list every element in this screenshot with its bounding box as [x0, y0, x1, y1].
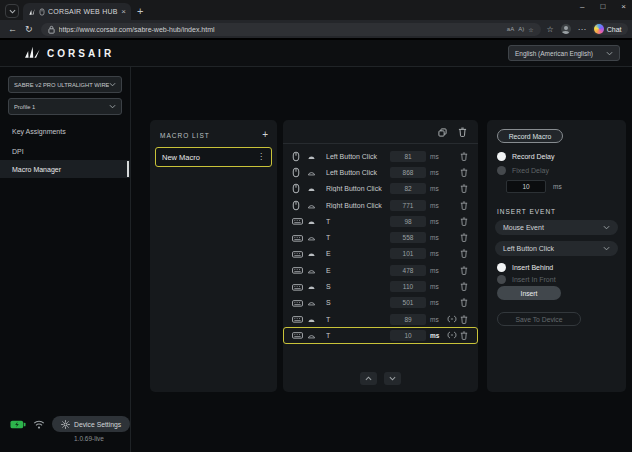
favorite-star-icon[interactable]: ☆ — [528, 26, 533, 33]
url-input[interactable]: https://www.corsair.com/sabre-web-hub/in… — [41, 23, 541, 36]
delete-event-icon[interactable] — [460, 331, 470, 340]
scroll-down-button[interactable] — [384, 372, 401, 385]
macro-event-row[interactable]: S 501 ms — [283, 295, 478, 311]
event-delay-unit: ms — [430, 218, 443, 225]
browser-window: CORSAIR WEB HUB × + – □ × ← ↻ https://ww… — [0, 0, 632, 452]
event-delay-input[interactable]: 82 — [390, 183, 426, 194]
event-delay-input[interactable]: 110 — [390, 281, 426, 292]
event-delay-unit: ms — [430, 234, 443, 241]
new-tab-button[interactable]: + — [137, 6, 143, 17]
delete-event-icon[interactable] — [460, 249, 470, 258]
macro-list-title: MACRO LIST — [160, 132, 262, 139]
device-settings-button[interactable]: Device Settings — [52, 416, 130, 432]
event-delay-input[interactable]: 771 — [390, 200, 426, 211]
tab-strip: CORSAIR WEB HUB × + – □ × — [0, 0, 632, 20]
macro-event-row[interactable]: T 558 ms — [283, 229, 478, 245]
record-macro-button[interactable]: Record Macro — [497, 129, 563, 143]
device-select[interactable]: SABRE v2 PRO ULTRALIGHT WIRELESS — [8, 76, 122, 93]
language-select[interactable]: English (American English) — [508, 45, 620, 61]
record-delay-radio[interactable]: Record Delay — [497, 152, 554, 161]
insert-behind-radio[interactable]: Insert Behind — [497, 263, 553, 272]
macro-list-item-selected[interactable]: New Macro ⋮ — [155, 147, 272, 167]
delete-event-icon[interactable] — [460, 184, 470, 193]
sidebar-item-macro-manager[interactable]: Macro Manager — [0, 160, 130, 178]
gear-icon — [61, 420, 70, 429]
delete-event-icon[interactable] — [460, 152, 470, 161]
sidebar-item-dpi[interactable]: DPI — [0, 142, 130, 160]
profile-select[interactable]: Profile 1 — [8, 98, 122, 115]
macro-event-row[interactable]: Left Button Click 81 ms — [283, 148, 478, 164]
macro-event-row[interactable]: Right Button Click 771 ms — [283, 197, 478, 213]
release-icon — [307, 299, 320, 306]
event-type-select[interactable]: Mouse Event — [495, 220, 618, 235]
event-delay-input[interactable]: 81 — [390, 151, 426, 162]
delete-event-icon[interactable] — [460, 298, 470, 307]
read-aloud-icon[interactable]: A) — [518, 26, 524, 32]
fixed-delay-input[interactable]: 10 — [506, 180, 546, 193]
scroll-up-button[interactable] — [360, 372, 377, 385]
add-macro-button[interactable]: + — [262, 130, 268, 140]
address-bar: ← ↻ https://www.corsair.com/sabre-web-hu… — [0, 20, 632, 38]
duplicate-macro-icon[interactable] — [438, 123, 447, 141]
macro-event-list: Left Button Click 81 ms Left Button Clic… — [283, 148, 478, 344]
event-label: T — [326, 234, 390, 241]
delete-event-icon[interactable] — [460, 266, 470, 275]
unlink-icon[interactable] — [443, 315, 460, 323]
unlink-icon[interactable] — [443, 331, 460, 339]
macro-event-row[interactable]: S 110 ms — [283, 278, 478, 294]
delete-event-icon[interactable] — [460, 201, 470, 210]
event-label: E — [326, 250, 390, 257]
chevron-down-icon — [606, 51, 613, 56]
fixed-delay-radio[interactable]: Fixed Delay — [497, 166, 549, 175]
delete-event-icon[interactable] — [460, 282, 470, 291]
delete-event-icon[interactable] — [460, 217, 470, 226]
event-delay-input[interactable]: 478 — [390, 265, 426, 276]
delete-event-icon[interactable] — [460, 168, 470, 177]
copilot-chat-button[interactable]: Chat — [592, 23, 628, 35]
tab-close-icon[interactable]: × — [121, 8, 126, 16]
macro-event-row[interactable]: T 98 ms — [283, 213, 478, 229]
event-delay-input[interactable]: 101 — [390, 248, 426, 259]
tab-search-button[interactable] — [5, 4, 19, 18]
release-icon — [307, 234, 320, 241]
macro-event-row[interactable]: Right Button Click 82 ms — [283, 181, 478, 197]
translate-icon[interactable]: aA — [507, 26, 514, 32]
collections-star-icon[interactable]: ☆ — [547, 25, 554, 34]
window-minimize-button[interactable]: – — [580, 2, 584, 11]
macro-event-row[interactable]: E 101 ms — [283, 246, 478, 262]
event-delay-unit: ms — [430, 153, 443, 160]
event-delay-input[interactable]: 10 — [390, 330, 426, 341]
macro-event-row[interactable]: T 89 ms — [283, 311, 478, 327]
kebab-menu-icon[interactable]: ⋮ — [257, 153, 265, 161]
event-delay-input[interactable]: 89 — [390, 314, 426, 325]
insert-button[interactable]: Insert — [497, 286, 561, 300]
sidebar-item-key-assignments[interactable]: Key Assignments — [0, 122, 130, 140]
more-menu-icon[interactable]: ⋯ — [578, 25, 586, 34]
event-delay-input[interactable]: 98 — [390, 216, 426, 227]
delete-event-icon[interactable] — [460, 233, 470, 242]
delete-all-events-icon[interactable] — [458, 123, 467, 141]
browser-tab[interactable]: CORSAIR WEB HUB × — [23, 3, 131, 20]
macro-event-row[interactable]: T 10 ms — [283, 327, 478, 343]
macro-event-row[interactable]: Left Button Click 868 ms — [283, 164, 478, 180]
macro-event-row[interactable]: E 478 ms — [283, 262, 478, 278]
window-close-button[interactable]: × — [621, 2, 626, 11]
event-action-select[interactable]: Left Button Click — [495, 241, 618, 256]
profile-avatar[interactable] — [561, 24, 571, 34]
macro-list-panel: MACRO LIST + New Macro ⋮ — [150, 120, 277, 392]
delete-event-icon[interactable] — [460, 315, 470, 324]
keyboard-icon — [292, 299, 304, 307]
mouse-icon — [39, 8, 45, 16]
event-delay-input[interactable]: 558 — [390, 232, 426, 243]
event-delay-input[interactable]: 868 — [390, 167, 426, 178]
back-button[interactable]: ← — [8, 25, 17, 34]
refresh-button[interactable]: ↻ — [25, 25, 33, 34]
save-to-device-button[interactable]: Save To Device — [497, 312, 581, 326]
event-delay-input[interactable]: 501 — [390, 297, 426, 308]
radio-unselected-icon — [497, 166, 506, 175]
keyboard-icon — [292, 283, 304, 291]
insert-in-front-radio[interactable]: Insert In Front — [497, 275, 556, 284]
lock-icon — [48, 25, 55, 34]
window-maximize-button[interactable]: □ — [600, 2, 605, 11]
event-delay-unit: ms — [430, 267, 443, 274]
